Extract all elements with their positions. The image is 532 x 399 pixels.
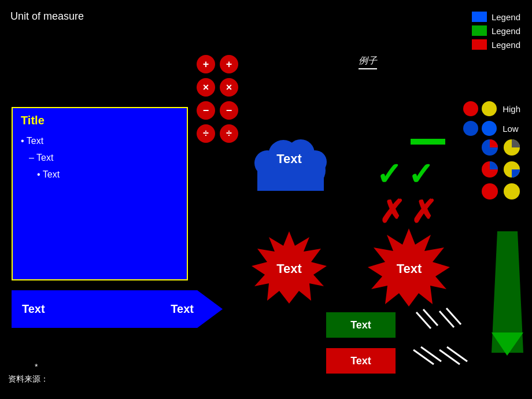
- op-divide-1[interactable]: ÷: [197, 124, 215, 143]
- banner-text-right: Text: [171, 302, 223, 316]
- legend-label-blue: Legend: [492, 12, 520, 22]
- checkmark-1: ✓: [376, 156, 402, 193]
- op-times-1[interactable]: ×: [197, 78, 215, 97]
- pie-pair-2: [481, 161, 520, 178]
- xmark-1: ✗: [379, 194, 405, 230]
- green-arrows: [492, 231, 523, 359]
- low-circle-blue: [463, 121, 478, 136]
- high-label: High: [503, 104, 520, 114]
- svg-line-14: [413, 350, 434, 364]
- green-text-box: Text: [326, 312, 396, 338]
- high-circle-red: [463, 101, 478, 116]
- bullet-list: Text Text Text: [21, 133, 179, 183]
- reizi-label: 例子: [359, 55, 377, 69]
- starburst-left: Text: [243, 228, 335, 309]
- bullet-3: Text: [21, 167, 179, 183]
- pie-pair-1: [481, 139, 520, 156]
- starburst-right: Text: [359, 226, 460, 312]
- op-plus-2[interactable]: +: [220, 55, 238, 73]
- svg-rect-7: [257, 168, 324, 191]
- op-minus-2[interactable]: −: [220, 101, 238, 120]
- bullet-2: Text: [21, 150, 179, 167]
- diagonal-lines: [411, 306, 468, 382]
- xmark-2: ✗: [411, 194, 437, 230]
- operators-cluster: + + × × − − ÷ ÷: [197, 55, 241, 145]
- svg-line-17: [447, 347, 467, 361]
- red-text-box: Text: [326, 348, 396, 374]
- legend-item-red: Legend: [472, 39, 520, 50]
- svg-point-23: [504, 183, 520, 200]
- legend-container: Legend Legend Legend: [472, 12, 520, 50]
- legend-item-blue: Legend: [472, 12, 520, 22]
- svg-line-15: [421, 347, 441, 361]
- footer-source: 资料来源：: [8, 374, 49, 385]
- green-dash: [411, 139, 445, 145]
- checkmarks: ✓ ✓: [376, 156, 434, 193]
- legend-box-blue: [472, 12, 487, 22]
- footer-star: *: [35, 362, 38, 371]
- low-circle-blue2: [482, 121, 497, 136]
- green-arrow-up-svg: [492, 231, 523, 359]
- high-row: High: [463, 101, 520, 116]
- legend-box-green: [472, 25, 487, 36]
- pie-2a: [481, 161, 498, 178]
- bottom-banner: Text Text: [12, 290, 223, 328]
- op-divide-2[interactable]: ÷: [220, 124, 238, 143]
- checkmark-2: ✓: [408, 156, 434, 193]
- pie-3b: [503, 183, 520, 200]
- op-minus-1[interactable]: −: [197, 101, 215, 120]
- banner-text-left: Text: [12, 302, 171, 316]
- high-circle-yellow: [482, 101, 497, 116]
- svg-point-22: [482, 183, 498, 200]
- pie-3a: [481, 183, 498, 200]
- red-box-text: Text: [350, 355, 371, 367]
- low-row: Low: [463, 121, 520, 136]
- xmarks: ✗ ✗: [379, 194, 437, 230]
- title-box: Title Text Text Text: [12, 107, 188, 280]
- title-heading: Title: [21, 114, 179, 127]
- low-label: Low: [503, 124, 519, 134]
- bullet-1: Text: [21, 133, 179, 150]
- pie-1b: [503, 139, 520, 156]
- starburst-left-text: Text: [276, 261, 302, 276]
- high-low-legend: High Low: [463, 101, 520, 136]
- pie-row: [481, 139, 520, 200]
- legend-box-red: [472, 39, 487, 50]
- cloud-shape: Text: [243, 121, 335, 197]
- pie-1a: [481, 139, 498, 156]
- green-box-text: Text: [350, 319, 371, 331]
- op-times-2[interactable]: ×: [220, 78, 238, 97]
- diag-lines-svg: [411, 306, 468, 382]
- svg-line-16: [439, 350, 460, 364]
- cloud-svg: [243, 121, 335, 197]
- legend-item-green: Legend: [472, 25, 520, 36]
- starburst-right-text: Text: [397, 261, 422, 276]
- legend-label-green: Legend: [492, 26, 520, 36]
- op-plus-1[interactable]: +: [197, 55, 215, 73]
- legend-label-red: Legend: [492, 40, 520, 50]
- pie-2b: [503, 161, 520, 178]
- pie-pair-3: [481, 183, 520, 200]
- unit-label: Unit of measure: [10, 10, 84, 23]
